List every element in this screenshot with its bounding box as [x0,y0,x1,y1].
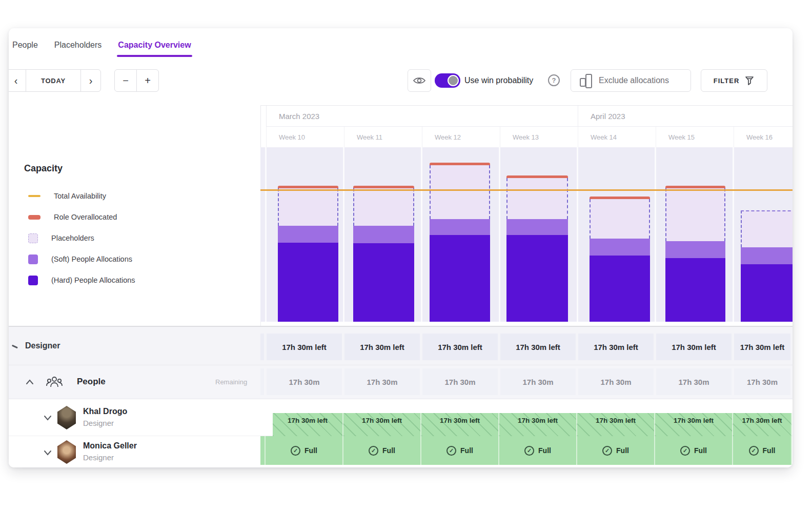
bar-hard-allocations [278,243,338,322]
filter-funnel-icon [744,75,755,86]
allocation-cell-label: Full [460,446,473,455]
allocation-cell-sliver[interactable] [260,436,266,465]
value-cell-sliver [260,368,264,395]
legend-swatch [28,195,40,197]
next-week-button[interactable]: › [80,69,101,92]
week-row: Week 10Week 11Week 12Week 13Week 14Week … [261,127,793,148]
allocation-cell[interactable]: 17h 30m left [577,413,655,436]
week-header: Week 10 [266,127,344,148]
bar-overallocated-cap [665,186,725,188]
column-gridline [265,147,267,322]
active-tab-underline [117,55,192,57]
value-cell: 17h 30m left [656,334,732,360]
chevron-up-icon[interactable] [26,379,34,385]
role-row-designer: Designer 17h 30m left17h 30m left17h 30m… [9,326,793,365]
bar-overallocated-cap [506,175,568,178]
legend-swatch [28,233,38,243]
allocation-cell[interactable]: 17h 30m left [343,413,421,436]
bar-placeholders [353,188,414,226]
allocation-cell-label: Full [382,446,395,455]
allocation-cell[interactable]: ✓Full [421,436,499,465]
check-circle-icon: ✓ [680,446,690,456]
chevron-down-icon[interactable] [44,415,52,421]
collapse-caret-icon[interactable] [12,345,18,348]
exclude-allocations-label: Exclude allocations [599,76,669,85]
bar-hard-allocations [353,243,414,322]
bar-hard-allocations [741,264,793,322]
value-cell: 17h 30m left [267,334,342,360]
legend-label: Total Availability [54,192,106,200]
column-gridline [499,147,500,322]
legend-title: Capacity [24,163,63,174]
allocations-bars-icon [579,74,593,87]
check-circle-icon: ✓ [369,446,378,456]
allocation-cell[interactable]: ✓Full [266,436,343,465]
value-cell: 17h 30m [422,368,498,395]
zoom-in-button[interactable]: + [136,69,159,92]
allocation-cell-label: Full [694,446,707,455]
allocation-cell[interactable]: ✓Full [733,436,792,465]
value-cell: 17h 30m left [422,334,498,360]
total-availability-line [260,189,793,191]
capacity-overview-panel: People Placeholders Capacity Overview ‹ … [9,28,793,467]
bar-overallocated-cap [353,186,414,188]
prev-week-button[interactable]: ‹ [9,69,26,92]
week-header: Week 13 [500,127,578,148]
group-label: People [77,377,106,387]
month-header: April 2023 [578,106,793,127]
tab-capacity-overview-label: Capacity Overview [118,41,191,49]
allocation-cell[interactable]: ✓Full [577,436,655,465]
exclude-allocations-button[interactable]: Exclude allocations [571,69,691,92]
bar-placeholders [665,188,725,241]
tab-capacity-overview[interactable]: Capacity Overview [117,37,192,58]
allocation-cell[interactable]: ✓Full [343,436,421,465]
check-circle-icon: ✓ [749,446,759,456]
allocation-cell[interactable]: ✓Full [499,436,577,465]
legend-label: (Soft) People Allocations [51,255,132,263]
remaining-label: Remaining [215,378,247,386]
allocation-cell[interactable]: 17h 30m left [733,413,792,436]
allocation-cell-label: Full [538,446,551,455]
eye-icon [413,75,426,86]
visibility-button[interactable] [408,69,431,92]
member-name: Khal Drogo [83,407,127,416]
allocation-cell[interactable]: 17h 30m left [421,413,499,436]
legend-item: (Soft) People Allocations [28,253,132,265]
column-gridline [733,147,734,322]
help-icon[interactable]: ? [548,74,560,86]
timeline-header: March 2023April 2023 Week 10Week 11Week … [260,105,793,147]
win-probability-label: Use win probability [464,69,533,92]
legend-item: Placeholders [28,232,94,244]
capacity-chart [260,147,793,322]
allocation-cell[interactable]: 17h 30m left [655,413,733,436]
allocation-cell[interactable]: 17h 30m left [499,413,577,436]
today-button[interactable]: TODAY [26,69,81,92]
value-cell: 17h 30m [267,368,342,395]
member-name: Monica Geller [83,441,137,451]
value-cell: 17h 30m [578,368,654,395]
allocation-cell-label: Full [304,446,317,455]
bar-soft-allocations [353,226,414,243]
zoom-out-button[interactable]: − [114,69,137,92]
bar-placeholders [741,210,793,247]
allocation-cell[interactable]: ✓Full [655,436,733,465]
week-header: Week 11 [344,127,422,148]
value-cell: 17h 30m [344,368,420,395]
legend-label: (Hard) People Allocations [51,276,135,284]
allocation-cell[interactable]: 17h 30m left [273,413,343,436]
chevron-down-icon[interactable] [44,449,52,456]
bar-soft-allocations [590,239,650,256]
value-cell: 17h 30m [656,368,732,395]
value-cell: 17h 30m [734,368,790,395]
win-probability-toggle[interactable] [435,73,460,88]
legend-swatch [28,215,40,220]
filter-button[interactable]: FILTER [701,69,767,92]
tab-placeholders[interactable]: Placeholders [53,37,103,58]
legend-item: Total Availability [28,190,106,202]
tab-people[interactable]: People [11,37,39,58]
week-header: Week 15 [656,127,734,148]
check-circle-icon: ✓ [602,446,612,456]
avatar [56,406,77,429]
value-cell: 17h 30m left [734,334,790,360]
toggle-knob [448,75,459,86]
